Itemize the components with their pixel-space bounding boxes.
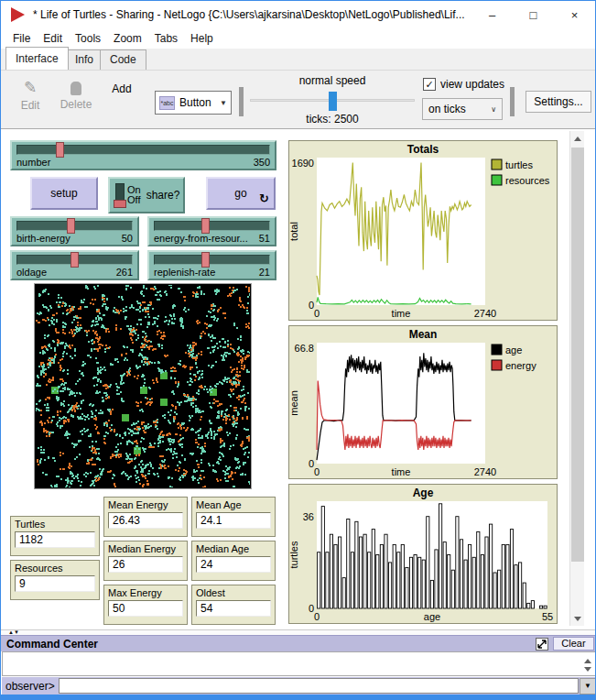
view-updates-label: view updates	[440, 78, 504, 91]
go-button[interactable]: go ↻	[206, 177, 276, 210]
close-button[interactable]: ×	[554, 1, 595, 28]
svg-text:0: 0	[314, 308, 320, 319]
add-widget-button[interactable]: Add	[102, 80, 142, 95]
slider-track[interactable]	[16, 145, 270, 155]
agent-type-dropdown[interactable]: ▼	[580, 678, 596, 695]
menu-tabs[interactable]: Tabs	[148, 30, 184, 47]
expand-icon[interactable]	[536, 638, 548, 651]
window-border	[1, 695, 595, 700]
slider-thumb[interactable]	[201, 218, 210, 234]
clear-button[interactable]: Clear	[553, 637, 594, 651]
tab-info[interactable]: Info	[65, 49, 103, 70]
monitor-oldest: Oldest 54	[191, 585, 276, 625]
delete-icon	[70, 82, 81, 95]
plot-totals: Totals1690002740timetotalturtlesresource…	[288, 140, 558, 321]
scrollbar-thumb[interactable]	[571, 148, 584, 562]
svg-text:turtles: turtles	[289, 541, 299, 568]
speed-slider-track[interactable]	[250, 99, 415, 102]
command-center-header: Command Center Clear	[1, 635, 595, 651]
plot-mean: Mean66.8002740timemeanageenergy	[288, 325, 558, 479]
menu-tools[interactable]: Tools	[69, 30, 107, 47]
plot-age-histogram: Age360055ageturtles	[288, 484, 558, 624]
share-switch[interactable]: On Off share?	[108, 177, 185, 213]
minimize-button[interactable]: –	[471, 1, 513, 28]
monitor-median-energy: Median Energy 26	[103, 541, 188, 581]
plot-mean-svg: Mean66.8002740timemeanageenergy	[289, 326, 557, 478]
svg-text:Mean: Mean	[409, 328, 438, 341]
svg-text:0: 0	[314, 466, 320, 477]
tab-code[interactable]: Code	[100, 49, 146, 70]
slider-thumb[interactable]	[56, 142, 64, 158]
menu-bar: File Edit Tools Zoom Tabs Help	[1, 28, 595, 49]
interface-canvas: number350 birth-energy50 energy-from-res…	[1, 129, 595, 629]
scroll-down-button[interactable]	[580, 662, 595, 676]
delete-widget-button[interactable]: Delete	[56, 80, 96, 111]
button-widget-icon: *abc	[159, 96, 175, 110]
maximize-button[interactable]: □	[513, 1, 554, 28]
switch-off-label: Off	[127, 195, 141, 205]
svg-text:total: total	[289, 222, 299, 241]
svg-text:2740: 2740	[474, 308, 496, 319]
vertical-scrollbar[interactable]	[569, 131, 584, 626]
svg-text:0: 0	[314, 611, 320, 622]
widget-type-dropdown[interactable]: *abc Button ▼	[155, 91, 232, 115]
menu-zoom[interactable]: Zoom	[107, 30, 148, 47]
slider-thumb[interactable]	[70, 252, 79, 268]
edit-widget-button[interactable]: ✎ Edit	[10, 80, 50, 112]
toolbar-separator	[239, 87, 244, 116]
slider-energy-from-resource: energy-from-resour...51	[147, 216, 276, 246]
svg-text:Totals: Totals	[407, 143, 439, 156]
switch-knob[interactable]	[114, 200, 126, 208]
svg-text:age: age	[424, 611, 440, 622]
command-line-row: observer> ▼	[2, 677, 596, 695]
svg-text:55: 55	[542, 611, 553, 622]
slider-track[interactable]	[16, 221, 133, 231]
setup-button[interactable]: setup	[30, 177, 98, 210]
command-input[interactable]	[59, 678, 579, 694]
svg-text:time: time	[392, 466, 411, 477]
svg-text:1690: 1690	[292, 158, 314, 169]
slider-oldage: oldage261	[10, 250, 139, 280]
slider-thumb[interactable]	[201, 252, 210, 268]
command-center-output	[2, 651, 596, 676]
chevron-down-icon: ▼	[584, 682, 591, 690]
speed-slider-thumb[interactable]	[329, 92, 337, 111]
monitor-mean-energy: Mean Energy 26.43	[103, 497, 188, 537]
svg-text:age: age	[505, 345, 522, 355]
monitor-turtles: Turtles 1182	[10, 516, 100, 556]
netlogo-logo-icon	[11, 7, 25, 22]
slider-track[interactable]	[16, 255, 133, 265]
menu-help[interactable]: Help	[184, 30, 220, 47]
slider-track[interactable]	[154, 221, 270, 231]
world-view-canvas[interactable]	[36, 285, 250, 487]
scroll-down-button[interactable]	[570, 611, 585, 626]
world-view	[34, 283, 252, 489]
observer-prompt: observer>	[2, 680, 59, 693]
ticks-counter: ticks: 2500	[250, 113, 415, 126]
arrow-down-icon	[584, 667, 591, 672]
switch-slot[interactable]	[115, 183, 125, 207]
update-mode-dropdown[interactable]: on ticks ∨	[422, 98, 503, 120]
view-updates-checkbox[interactable]: ✓	[423, 78, 436, 91]
menu-edit[interactable]: Edit	[37, 30, 69, 47]
view-updates-control: ✓ view updates	[423, 78, 504, 91]
slider-number: number350	[10, 140, 276, 170]
menu-file[interactable]: File	[6, 30, 37, 47]
svg-text:66.8: 66.8	[295, 343, 314, 354]
chevron-down-icon: ▼	[220, 99, 227, 107]
monitor-max-energy: Max Energy 50	[103, 585, 188, 625]
toolbar-separator	[510, 87, 515, 116]
tab-interface[interactable]: Interface	[5, 47, 69, 70]
monitor-mean-age: Mean Age 24.1	[191, 497, 276, 537]
svg-text:turtles: turtles	[505, 159, 533, 170]
slider-track[interactable]	[154, 255, 270, 265]
scroll-up-button[interactable]	[570, 131, 585, 146]
svg-text:resources: resources	[505, 175, 550, 186]
speed-control: normal speed ticks: 2500	[250, 74, 415, 126]
arrow-down-icon	[574, 617, 581, 621]
interface-toolbar: ✎ Edit Delete Add *abc Button ▼ normal s…	[1, 71, 595, 129]
output-scrollbar[interactable]	[580, 653, 594, 674]
settings-button[interactable]: Settings...	[526, 91, 591, 113]
svg-text:mean: mean	[289, 390, 299, 416]
slider-thumb[interactable]	[67, 218, 75, 234]
